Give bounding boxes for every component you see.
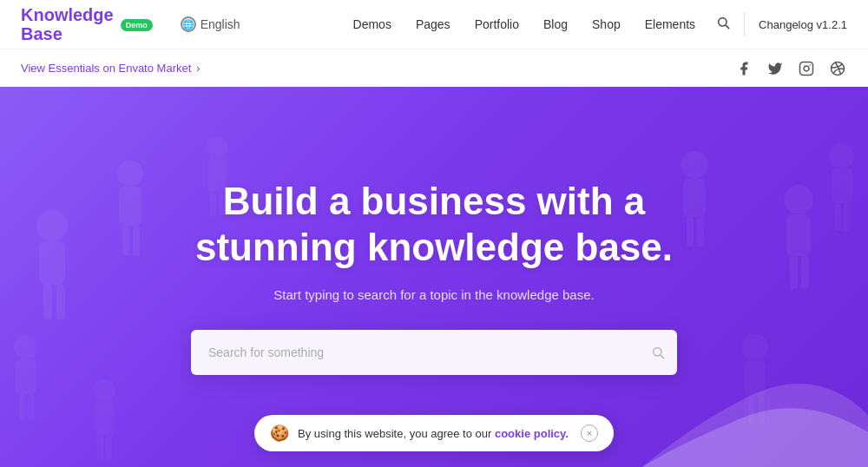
changelog-button[interactable]: Changelog v1.2.1 <box>759 18 847 31</box>
demo-badge: Demo <box>121 19 153 31</box>
nav-pages[interactable]: Pages <box>416 17 450 31</box>
cookie-icon: 🍪 <box>270 424 289 443</box>
svg-rect-39 <box>97 435 103 459</box>
hero-subtitle: Start typing to search for a topic in th… <box>17 287 851 302</box>
search-input[interactable] <box>191 330 677 375</box>
search-icon[interactable] <box>716 16 730 33</box>
hero-section: Build a business with a stunning knowled… <box>0 87 868 467</box>
svg-point-29 <box>681 151 708 179</box>
svg-rect-38 <box>95 402 114 435</box>
nav-elements[interactable]: Elements <box>645 17 695 31</box>
navbar: Knowledge Base Demo 🌐 English Demos Page… <box>0 0 868 49</box>
instagram-icon[interactable] <box>797 59 816 78</box>
cookie-bar: 🍪 By using this website, you agree to ou… <box>254 415 614 451</box>
nav-divider <box>744 12 745 36</box>
cookie-policy-link[interactable]: cookie policy. <box>495 427 569 440</box>
svg-point-25 <box>206 136 228 159</box>
svg-point-0 <box>719 18 727 26</box>
sub-bar: View Essentials on Envato Market › <box>0 49 868 87</box>
nav-portfolio[interactable]: Portfolio <box>475 17 519 31</box>
hero-title: Build a business with a stunning knowled… <box>17 179 851 271</box>
svg-line-42 <box>661 356 663 358</box>
essentials-text: View Essentials on Envato Market <box>21 62 191 75</box>
facebook-icon[interactable] <box>734 59 753 78</box>
svg-rect-2 <box>800 62 813 75</box>
svg-rect-40 <box>106 435 112 459</box>
logo[interactable]: Knowledge Base Demo <box>21 5 153 43</box>
cookie-text: By using this website, you agree to our … <box>298 427 569 440</box>
svg-point-17 <box>830 144 854 168</box>
search-button[interactable] <box>651 345 665 359</box>
search-icon <box>651 345 665 359</box>
search-container <box>191 330 677 375</box>
svg-line-1 <box>726 25 728 28</box>
chevron-icon: › <box>196 62 200 75</box>
language-label: English <box>201 17 240 31</box>
essentials-link[interactable]: View Essentials on Envato Market › <box>21 62 201 75</box>
social-icons <box>734 59 847 78</box>
nav-shop[interactable]: Shop <box>592 17 621 31</box>
svg-rect-24 <box>28 394 34 420</box>
svg-rect-23 <box>19 394 25 420</box>
logo-text: Knowledge Base <box>21 5 114 43</box>
hero-content: Build a business with a stunning knowled… <box>0 179 868 376</box>
globe-icon: 🌐 <box>181 16 196 32</box>
dribbble-icon[interactable] <box>828 59 847 78</box>
twitter-icon[interactable] <box>766 59 785 78</box>
language-selector[interactable]: 🌐 English <box>181 16 240 32</box>
svg-point-41 <box>654 348 661 356</box>
nav-demos[interactable]: Demos <box>353 17 391 31</box>
nav-blog[interactable]: Blog <box>543 17 568 31</box>
svg-point-37 <box>93 379 115 402</box>
nav-links: Demos Pages Portfolio Blog Shop Elements <box>353 16 696 32</box>
cookie-close-button[interactable]: × <box>581 424 598 442</box>
hero-wave <box>642 363 868 467</box>
